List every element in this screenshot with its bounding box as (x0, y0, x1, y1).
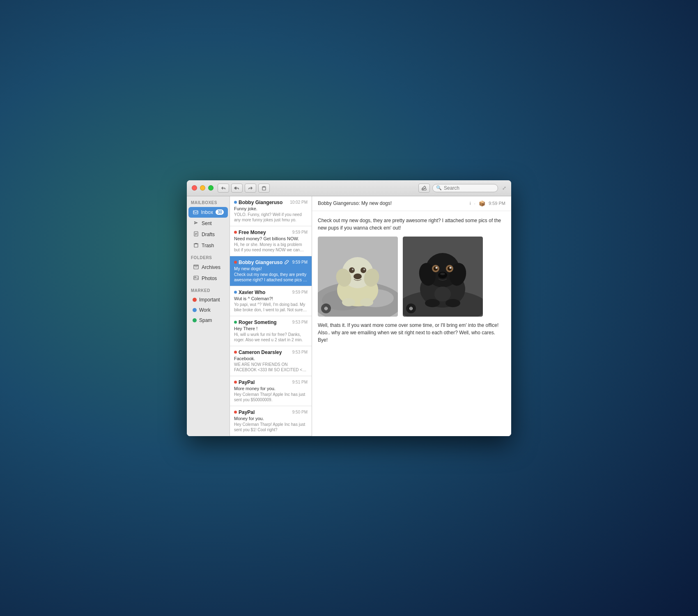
sent-label: Sent (202, 221, 224, 226)
sidebar-item-work[interactable]: Work (188, 305, 228, 315)
minimize-button[interactable] (200, 185, 205, 191)
email-list: Bobby Giangeruso 10:02 PM Funny joke. YO… (230, 196, 312, 436)
svg-point-47 (440, 273, 445, 275)
email-list-item-4[interactable]: Roger Someting 9:53 PM Hey There ! Hi, w… (230, 316, 312, 346)
search-input[interactable] (444, 185, 494, 191)
email-preview-7: Hey Coleman Tharp! Apple Inc has just se… (234, 422, 308, 432)
forward-button[interactable] (245, 184, 256, 193)
svg-rect-3 (193, 211, 198, 214)
email-sender-5: Cameron Dearsley (234, 349, 282, 355)
email-list-item-1[interactable]: Free Money 9:59 PM Need money? Get billi… (230, 226, 312, 256)
archive-icon[interactable]: 📦 (479, 200, 485, 207)
trash-label: Trash (202, 243, 224, 248)
image1-download-btn[interactable]: ⊕ (321, 303, 331, 313)
important-dot (193, 298, 197, 302)
sidebar-item-trash[interactable]: Trash (188, 240, 228, 251)
email-images: ⊕ (318, 237, 505, 317)
email-subject-2: My new dogs! (234, 266, 308, 271)
email-subject-3: Wut is ^ Coleman?! (234, 296, 308, 301)
work-dot (193, 308, 197, 312)
email-list-item-2[interactable]: Bobby Giangeruso 9:59 PM My new dogs! Ch… (230, 256, 312, 286)
email-preview-3: Yo papi, wut ^? Well, I'm doing bad. My … (234, 302, 308, 313)
archives-label: Archives (202, 264, 224, 270)
dog-image-2 (403, 237, 483, 317)
email-sender-3: Xavier Who (234, 290, 265, 295)
email-list-item-6[interactable]: PayPal 9:51 PM More money for you. Hey C… (230, 376, 312, 406)
svg-rect-8 (194, 244, 198, 247)
sidebar-item-sent[interactable]: Sent (188, 218, 228, 229)
email-subject-7: Money for you. (234, 416, 308, 421)
email-sender-6: PayPal (234, 379, 255, 385)
online-dot-2 (234, 261, 237, 264)
work-label: Work (199, 307, 224, 313)
email-list-item-5[interactable]: Cameron Dearsley 9:53 PM Facebook. WE AR… (230, 346, 312, 376)
email-sender-2: Bobby Giangeruso (234, 260, 282, 265)
inbox-label: Inbox (201, 209, 213, 215)
svg-point-45 (450, 267, 452, 269)
email-sender-4: Roger Someting (234, 319, 277, 325)
online-dot-0 (234, 201, 237, 204)
svg-rect-10 (194, 266, 198, 269)
svg-rect-33 (318, 237, 398, 317)
email-greeting: Check out my new dogs, they are pretty a… (318, 217, 505, 232)
svg-rect-11 (194, 265, 198, 266)
toolbar-actions (218, 184, 270, 193)
online-dot-1 (234, 231, 237, 234)
email-detail-body: Check out my new dogs, they are pretty a… (312, 211, 511, 349)
trash-button[interactable] (258, 184, 270, 193)
photos-label: Photos (202, 276, 224, 281)
sent-icon (193, 220, 199, 227)
titlebar: 🔍 ⤢ (187, 180, 511, 196)
email-time-1: 9:59 PM (292, 230, 308, 234)
mailboxes-label: MAILBOXES (187, 196, 230, 207)
image2-download-btn[interactable]: ⊕ (406, 303, 416, 313)
online-dot-7 (234, 411, 237, 414)
online-dot-6 (234, 381, 237, 384)
email-preview-5: WE ARE NOW FRIENDS ON FACEBOOK <333 IM S… (234, 362, 308, 372)
email-sender-0: Bobby Giangeruso (234, 200, 282, 205)
email-list-item-7[interactable]: PayPal 9:50 PM Money for you. Hey Colema… (230, 406, 312, 436)
maximize-button[interactable] (208, 185, 214, 191)
email-closing: Well, thats it. If you want more come ov… (318, 322, 505, 344)
trash-icon (193, 242, 199, 249)
compose-button[interactable] (418, 184, 430, 193)
sidebar-item-photos[interactable]: Photos (188, 273, 228, 284)
spam-label: Spam (199, 317, 224, 323)
archives-icon (193, 264, 199, 271)
close-button[interactable] (192, 185, 197, 191)
email-sender-1: Free Money (234, 230, 266, 235)
email-detail-title: Bobby Giangeruso: My new dogs! (318, 200, 392, 206)
main-content: MAILBOXES Inbox 30 Sent Drafts (187, 196, 511, 436)
drafts-label: Drafts (202, 232, 224, 237)
email-preview-1: Hi, he or she. Money is a big problem bu… (234, 242, 308, 253)
sidebar-item-archives[interactable]: Archives (188, 262, 228, 273)
email-preview-6: Hey Coleman Tharp! Apple Inc has just se… (234, 392, 308, 402)
sidebar-item-inbox[interactable]: Inbox 30 (188, 207, 228, 218)
email-subject-6: More money for you. (234, 386, 308, 391)
marked-label: MARKED (187, 284, 230, 294)
reply-all-button[interactable] (231, 184, 243, 193)
svg-point-50 (445, 299, 460, 307)
online-dot-3 (234, 291, 237, 294)
sidebar-item-spam[interactable]: Spam (188, 315, 228, 325)
email-list-item-0[interactable]: Bobby Giangeruso 10:02 PM Funny joke. YO… (230, 196, 312, 226)
svg-rect-0 (262, 187, 266, 190)
info-icon[interactable]: i (470, 201, 471, 206)
email-list-item-3[interactable]: Xavier Who 9:59 PM Wut is ^ Coleman?! Yo… (230, 286, 312, 316)
photos-icon (193, 275, 199, 282)
folders-label: FOLDERS (187, 251, 230, 262)
dog-image-1 (318, 237, 398, 317)
sidebar-item-important[interactable]: Important (188, 295, 228, 305)
email-subject-4: Hey There ! (234, 326, 308, 331)
email-time-0: 10:02 PM (290, 200, 308, 205)
email-preview-4: Hi, will u wurk fur mi for free? Danks, … (234, 332, 308, 342)
svg-point-49 (425, 299, 440, 307)
expand-button[interactable]: ⤢ (502, 185, 506, 191)
inbox-badge: 30 (216, 209, 224, 215)
window-buttons (192, 185, 214, 191)
svg-point-48 (434, 287, 451, 301)
reply-button[interactable] (218, 184, 229, 193)
email-detail: Bobby Giangeruso: My new dogs! i - 📦 9:5… (312, 196, 511, 436)
online-dot-4 (234, 321, 237, 324)
sidebar-item-drafts[interactable]: Drafts (188, 229, 228, 240)
